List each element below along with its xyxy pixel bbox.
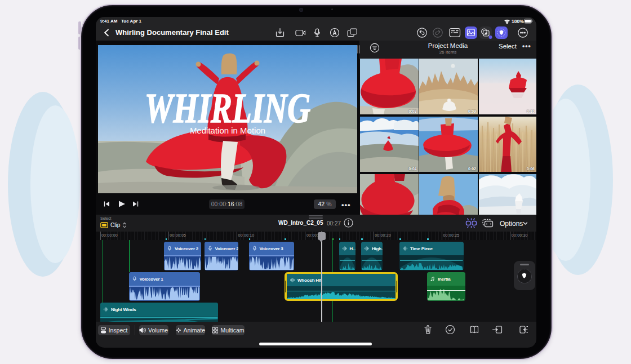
svg-text:Options: Options [500,219,523,227]
svg-text:100%: 100% [512,19,524,24]
